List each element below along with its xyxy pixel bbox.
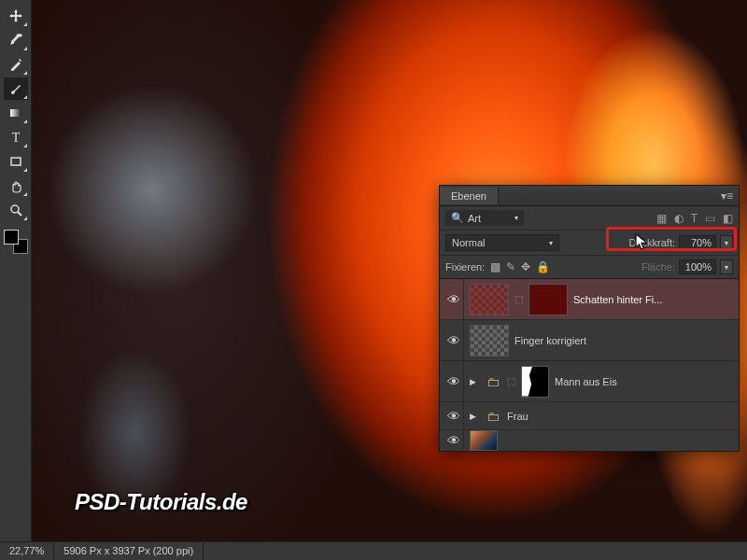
expand-toggle-icon[interactable]: ▶ bbox=[470, 412, 479, 421]
lock-fill-row: Fixieren: ▩ ✎ ✥ 🔒 Fläche: 100% ▾ bbox=[440, 256, 739, 279]
layer-group-row[interactable]: 👁 ▶ 🗀 Frau bbox=[440, 402, 739, 430]
fill-label[interactable]: Fläche: bbox=[641, 261, 675, 273]
blend-opacity-row: Normal ▾ Deckkraft: 70% ▾ bbox=[440, 231, 739, 256]
layer-thumbnail[interactable] bbox=[470, 430, 498, 451]
watermark-text: PSD-Tutorials.de bbox=[75, 489, 247, 515]
rectangle-tool[interactable] bbox=[4, 150, 28, 173]
filter-icons: ▦ ◐ T ▭ ◧ bbox=[656, 212, 733, 225]
visibility-toggle-icon[interactable]: 👁 bbox=[444, 279, 464, 319]
layer-mask-thumbnail[interactable] bbox=[529, 284, 568, 315]
layer-name[interactable]: Mann aus Eis bbox=[555, 376, 735, 387]
search-icon: 🔍 bbox=[451, 212, 464, 224]
lock-position-icon[interactable]: ✥ bbox=[521, 260, 530, 273]
visibility-toggle-icon[interactable]: 👁 bbox=[444, 402, 464, 429]
layer-row[interactable]: 👁 Finger korrigiert bbox=[440, 320, 739, 361]
svg-line-4 bbox=[18, 212, 21, 216]
layer-filter-type[interactable]: 🔍 Art ▾ bbox=[445, 210, 524, 226]
visibility-toggle-icon[interactable]: 👁 bbox=[444, 430, 464, 451]
opacity-label[interactable]: Deckkraft: bbox=[628, 237, 675, 248]
blend-mode-value: Normal bbox=[452, 237, 485, 248]
mask-link-icon[interactable]: ⬚ bbox=[514, 294, 523, 304]
layer-name[interactable]: Finger korrigiert bbox=[514, 335, 735, 346]
opacity-input[interactable]: 70% bbox=[679, 235, 716, 250]
eyedropper-tool[interactable] bbox=[4, 29, 28, 51]
filter-pixel-icon[interactable]: ▦ bbox=[656, 212, 667, 225]
fill-dropdown[interactable]: ▾ bbox=[720, 259, 733, 274]
chevron-down-icon: ▾ bbox=[549, 239, 553, 247]
lock-label: Fixieren: bbox=[445, 261, 485, 273]
lock-pixels-icon[interactable]: ✎ bbox=[506, 260, 515, 273]
zoom-level[interactable]: 22,77% bbox=[0, 542, 54, 560]
filter-shape-icon[interactable]: ▭ bbox=[705, 212, 715, 225]
blend-mode-dropdown[interactable]: Normal ▾ bbox=[445, 234, 559, 251]
mask-link-icon[interactable]: ⬚ bbox=[507, 376, 515, 386]
foreground-color-swatch[interactable] bbox=[4, 230, 19, 245]
lock-all-icon[interactable]: 🔒 bbox=[536, 260, 550, 273]
status-bar: 22,77% 5906 Px x 3937 Px (200 ppi) bbox=[0, 541, 747, 560]
layer-thumbnail[interactable] bbox=[470, 325, 509, 357]
gradient-tool[interactable] bbox=[4, 102, 28, 124]
opacity-dropdown[interactable]: ▾ bbox=[720, 235, 733, 250]
chevron-down-icon: ▾ bbox=[514, 214, 518, 222]
move-tool[interactable] bbox=[4, 5, 28, 27]
layers-panel: Ebenen ▾≡ 🔍 Art ▾ ▦ ◐ T ▭ ◧ Normal ▾ Dec… bbox=[439, 185, 740, 452]
color-swatches[interactable] bbox=[4, 230, 28, 254]
brush-tool[interactable] bbox=[4, 77, 28, 100]
filter-adjustment-icon[interactable]: ◐ bbox=[674, 212, 684, 225]
svg-point-3 bbox=[11, 205, 19, 213]
layer-row[interactable]: 👁 bbox=[440, 430, 739, 451]
layer-group-row[interactable]: 👁 ▶ 🗀 ⬚ Mann aus Eis bbox=[440, 361, 739, 402]
zoom-tool[interactable] bbox=[4, 199, 28, 221]
layer-name[interactable]: Frau bbox=[507, 411, 735, 422]
layer-row[interactable]: 👁 ⬚ Schatten hinter Fi... bbox=[440, 279, 739, 320]
group-mask-thumbnail[interactable] bbox=[521, 366, 549, 398]
panel-tab-layers[interactable]: Ebenen bbox=[440, 188, 499, 204]
visibility-toggle-icon[interactable]: 👁 bbox=[444, 361, 464, 401]
svg-text:T: T bbox=[11, 131, 20, 145]
document-dimensions: 5906 Px x 3937 Px (200 ppi) bbox=[54, 542, 204, 560]
filter-smart-icon[interactable]: ◧ bbox=[723, 212, 733, 225]
filter-type-label: Art bbox=[468, 213, 481, 224]
svg-rect-0 bbox=[10, 109, 21, 117]
svg-rect-2 bbox=[11, 158, 21, 165]
expand-toggle-icon[interactable]: ▶ bbox=[470, 377, 479, 386]
layers-list: 👁 ⬚ Schatten hinter Fi... 👁 Finger korri… bbox=[440, 279, 739, 451]
layer-name[interactable]: Schatten hinter Fi... bbox=[573, 294, 735, 305]
folder-icon: 🗀 bbox=[485, 374, 501, 389]
fill-input[interactable]: 100% bbox=[679, 259, 716, 274]
healing-brush-tool[interactable] bbox=[4, 53, 28, 76]
panel-flyout-menu-icon[interactable]: ▾≡ bbox=[715, 189, 739, 203]
lock-transparency-icon[interactable]: ▩ bbox=[490, 260, 500, 273]
layer-thumbnail[interactable] bbox=[470, 284, 509, 315]
tools-toolbar: T bbox=[0, 0, 32, 560]
hand-tool[interactable] bbox=[4, 175, 28, 197]
filter-type-icon[interactable]: T bbox=[691, 212, 698, 225]
type-tool[interactable]: T bbox=[4, 126, 28, 148]
layer-filter-row: 🔍 Art ▾ ▦ ◐ T ▭ ◧ bbox=[440, 206, 739, 231]
visibility-toggle-icon[interactable]: 👁 bbox=[444, 320, 464, 360]
folder-icon: 🗀 bbox=[485, 409, 501, 424]
panel-header: Ebenen ▾≡ bbox=[440, 186, 739, 206]
